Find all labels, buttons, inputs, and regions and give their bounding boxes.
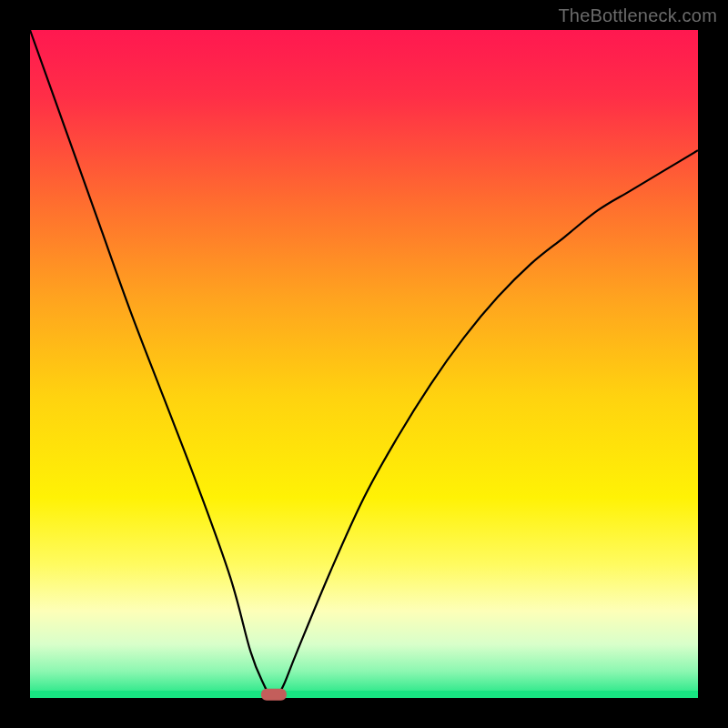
optimal-marker	[261, 689, 287, 701]
bottom-green-band	[30, 691, 698, 698]
bottleneck-chart	[0, 0, 728, 728]
chart-frame: TheBottleneck.com	[0, 0, 728, 728]
watermark-text: TheBottleneck.com	[558, 5, 717, 26]
plot-background	[30, 30, 698, 698]
